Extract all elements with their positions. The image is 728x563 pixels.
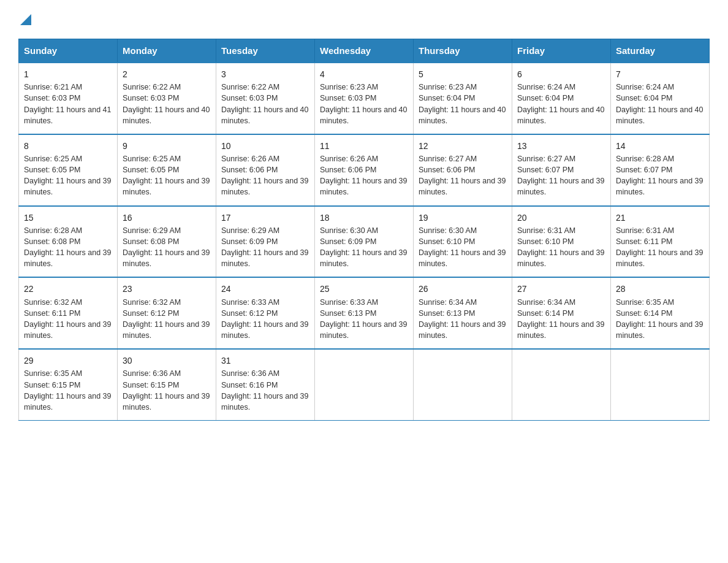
day-info: Sunrise: 6:33 AMSunset: 6:13 PMDaylight:… xyxy=(320,298,407,340)
day-number: 19 xyxy=(419,212,507,224)
day-info: Sunrise: 6:32 AMSunset: 6:12 PMDaylight:… xyxy=(123,298,210,340)
day-number: 7 xyxy=(616,68,704,80)
day-number: 14 xyxy=(616,140,704,152)
day-number: 12 xyxy=(419,140,507,152)
calendar-cell: 9Sunrise: 6:25 AMSunset: 6:05 PMDaylight… xyxy=(118,134,216,206)
day-info: Sunrise: 6:31 AMSunset: 6:11 PMDaylight:… xyxy=(616,226,703,268)
day-number: 30 xyxy=(123,354,211,367)
day-header-monday: Monday xyxy=(118,39,216,63)
day-info: Sunrise: 6:22 AMSunset: 6:03 PMDaylight:… xyxy=(221,83,308,124)
calendar-cell: 23Sunrise: 6:32 AMSunset: 6:12 PMDayligh… xyxy=(118,277,216,349)
day-number: 5 xyxy=(419,68,507,80)
calendar-cell: 24Sunrise: 6:33 AMSunset: 6:12 PMDayligh… xyxy=(216,277,315,349)
day-info: Sunrise: 6:26 AMSunset: 6:06 PMDaylight:… xyxy=(221,155,308,196)
calendar-cell: 14Sunrise: 6:28 AMSunset: 6:07 PMDayligh… xyxy=(611,134,710,206)
day-info: Sunrise: 6:22 AMSunset: 6:03 PMDaylight:… xyxy=(123,83,210,124)
calendar-cell: 21Sunrise: 6:31 AMSunset: 6:11 PMDayligh… xyxy=(611,206,710,278)
calendar-body: 1Sunrise: 6:21 AMSunset: 6:03 PMDaylight… xyxy=(19,63,710,420)
day-info: Sunrise: 6:29 AMSunset: 6:08 PMDaylight:… xyxy=(123,226,210,268)
day-info: Sunrise: 6:28 AMSunset: 6:08 PMDaylight:… xyxy=(24,226,111,268)
day-number: 10 xyxy=(221,140,309,152)
day-info: Sunrise: 6:25 AMSunset: 6:05 PMDaylight:… xyxy=(123,155,210,196)
calendar-cell xyxy=(315,349,414,420)
calendar-cell: 1Sunrise: 6:21 AMSunset: 6:03 PMDaylight… xyxy=(19,63,118,134)
days-header-row: SundayMondayTuesdayWednesdayThursdayFrid… xyxy=(19,39,710,63)
day-number: 17 xyxy=(221,212,309,224)
calendar-cell xyxy=(611,349,710,420)
day-number: 9 xyxy=(123,140,211,152)
calendar-cell: 11Sunrise: 6:26 AMSunset: 6:06 PMDayligh… xyxy=(315,134,414,206)
day-header-wednesday: Wednesday xyxy=(315,39,414,63)
page-header xyxy=(18,12,710,28)
day-header-thursday: Thursday xyxy=(414,39,512,63)
calendar-cell: 10Sunrise: 6:26 AMSunset: 6:06 PMDayligh… xyxy=(216,134,315,206)
day-info: Sunrise: 6:33 AMSunset: 6:12 PMDaylight:… xyxy=(221,298,308,340)
day-info: Sunrise: 6:34 AMSunset: 6:14 PMDaylight:… xyxy=(517,298,604,340)
calendar-cell: 26Sunrise: 6:34 AMSunset: 6:13 PMDayligh… xyxy=(414,277,512,349)
day-number: 31 xyxy=(221,354,309,367)
day-number: 25 xyxy=(320,283,408,295)
day-info: Sunrise: 6:23 AMSunset: 6:04 PMDaylight:… xyxy=(419,83,506,124)
calendar-cell: 31Sunrise: 6:36 AMSunset: 6:16 PMDayligh… xyxy=(216,349,315,420)
day-info: Sunrise: 6:27 AMSunset: 6:07 PMDaylight:… xyxy=(517,155,604,196)
day-info: Sunrise: 6:28 AMSunset: 6:07 PMDaylight:… xyxy=(616,155,703,196)
calendar-cell: 20Sunrise: 6:31 AMSunset: 6:10 PMDayligh… xyxy=(512,206,611,278)
day-info: Sunrise: 6:30 AMSunset: 6:10 PMDaylight:… xyxy=(419,226,506,268)
day-info: Sunrise: 6:24 AMSunset: 6:04 PMDaylight:… xyxy=(616,83,703,124)
day-number: 18 xyxy=(320,212,408,224)
day-info: Sunrise: 6:29 AMSunset: 6:09 PMDaylight:… xyxy=(221,226,308,268)
calendar-cell: 7Sunrise: 6:24 AMSunset: 6:04 PMDaylight… xyxy=(611,63,710,134)
day-number: 8 xyxy=(24,140,112,152)
day-header-friday: Friday xyxy=(512,39,611,63)
calendar-cell: 17Sunrise: 6:29 AMSunset: 6:09 PMDayligh… xyxy=(216,206,315,278)
day-info: Sunrise: 6:27 AMSunset: 6:06 PMDaylight:… xyxy=(419,155,506,196)
calendar-cell: 22Sunrise: 6:32 AMSunset: 6:11 PMDayligh… xyxy=(19,277,118,349)
day-header-tuesday: Tuesday xyxy=(216,39,315,63)
calendar-cell: 8Sunrise: 6:25 AMSunset: 6:05 PMDaylight… xyxy=(19,134,118,206)
calendar-cell: 27Sunrise: 6:34 AMSunset: 6:14 PMDayligh… xyxy=(512,277,611,349)
day-number: 24 xyxy=(221,283,309,295)
calendar-header: SundayMondayTuesdayWednesdayThursdayFrid… xyxy=(19,39,710,63)
logo-triangle-icon xyxy=(20,14,31,25)
week-row-3: 15Sunrise: 6:28 AMSunset: 6:08 PMDayligh… xyxy=(19,206,710,278)
calendar-cell: 3Sunrise: 6:22 AMSunset: 6:03 PMDaylight… xyxy=(216,63,315,134)
day-number: 1 xyxy=(24,68,112,80)
svg-marker-0 xyxy=(20,14,31,25)
calendar-cell: 5Sunrise: 6:23 AMSunset: 6:04 PMDaylight… xyxy=(414,63,512,134)
day-info: Sunrise: 6:32 AMSunset: 6:11 PMDaylight:… xyxy=(24,298,111,340)
day-info: Sunrise: 6:21 AMSunset: 6:03 PMDaylight:… xyxy=(24,83,111,124)
day-number: 28 xyxy=(616,283,704,295)
calendar-cell: 16Sunrise: 6:29 AMSunset: 6:08 PMDayligh… xyxy=(118,206,216,278)
calendar-cell: 6Sunrise: 6:24 AMSunset: 6:04 PMDaylight… xyxy=(512,63,611,134)
day-number: 21 xyxy=(616,212,704,224)
day-number: 22 xyxy=(24,283,112,295)
calendar-cell: 4Sunrise: 6:23 AMSunset: 6:03 PMDaylight… xyxy=(315,63,414,134)
day-info: Sunrise: 6:31 AMSunset: 6:10 PMDaylight:… xyxy=(517,226,604,268)
calendar-cell: 30Sunrise: 6:36 AMSunset: 6:15 PMDayligh… xyxy=(118,349,216,420)
day-number: 26 xyxy=(419,283,507,295)
day-header-saturday: Saturday xyxy=(611,39,710,63)
calendar-cell: 15Sunrise: 6:28 AMSunset: 6:08 PMDayligh… xyxy=(19,206,118,278)
calendar-cell: 28Sunrise: 6:35 AMSunset: 6:14 PMDayligh… xyxy=(611,277,710,349)
week-row-2: 8Sunrise: 6:25 AMSunset: 6:05 PMDaylight… xyxy=(19,134,710,206)
day-info: Sunrise: 6:24 AMSunset: 6:04 PMDaylight:… xyxy=(517,83,604,124)
calendar-cell: 29Sunrise: 6:35 AMSunset: 6:15 PMDayligh… xyxy=(19,349,118,420)
logo xyxy=(18,12,31,28)
calendar-cell xyxy=(512,349,611,420)
week-row-4: 22Sunrise: 6:32 AMSunset: 6:11 PMDayligh… xyxy=(19,277,710,349)
day-number: 27 xyxy=(517,283,605,295)
day-number: 13 xyxy=(517,140,605,152)
calendar-table: SundayMondayTuesdayWednesdayThursdayFrid… xyxy=(18,39,710,421)
day-info: Sunrise: 6:30 AMSunset: 6:09 PMDaylight:… xyxy=(320,226,407,268)
day-number: 4 xyxy=(320,68,408,80)
day-number: 23 xyxy=(123,283,211,295)
calendar-cell: 18Sunrise: 6:30 AMSunset: 6:09 PMDayligh… xyxy=(315,206,414,278)
week-row-1: 1Sunrise: 6:21 AMSunset: 6:03 PMDaylight… xyxy=(19,63,710,134)
calendar-cell: 19Sunrise: 6:30 AMSunset: 6:10 PMDayligh… xyxy=(414,206,512,278)
calendar-cell: 13Sunrise: 6:27 AMSunset: 6:07 PMDayligh… xyxy=(512,134,611,206)
day-number: 6 xyxy=(517,68,605,80)
calendar-cell: 25Sunrise: 6:33 AMSunset: 6:13 PMDayligh… xyxy=(315,277,414,349)
day-info: Sunrise: 6:36 AMSunset: 6:15 PMDaylight:… xyxy=(123,369,210,411)
calendar-cell xyxy=(414,349,512,420)
day-number: 16 xyxy=(123,212,211,224)
